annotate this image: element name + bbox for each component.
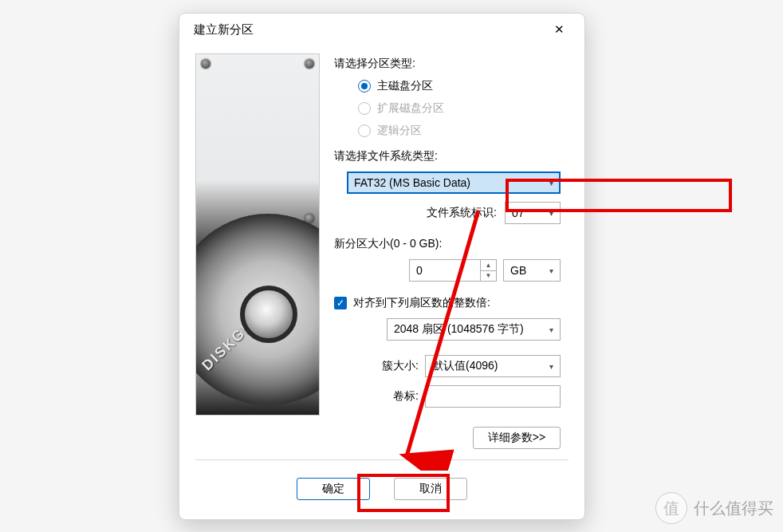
close-icon: ✕	[554, 22, 565, 37]
radio-extended[interactable]: 扩展磁盘分区	[358, 101, 569, 116]
align-select[interactable]: 2048 扇区 (1048576 字节) ▾	[387, 318, 561, 341]
watermark-icon: 值	[655, 492, 687, 524]
filesystem-value: FAT32 (MS Basic Data)	[354, 176, 470, 189]
fsid-select[interactable]: 07 ▾	[505, 202, 561, 224]
dialog-body: DISKGENIUS 请选择分区类型: 主磁盘分区 扩展磁盘分区 逻辑分区	[179, 45, 584, 459]
brand-text: DISKGENIUS	[199, 289, 286, 374]
radio-icon	[358, 124, 371, 137]
close-button[interactable]: ✕	[543, 17, 575, 42]
radio-icon	[358, 102, 371, 115]
chevron-down-icon: ▾	[549, 179, 553, 187]
filesystem-select[interactable]: FAT32 (MS Basic Data) ▾	[347, 171, 561, 194]
screw-icon	[201, 59, 211, 69]
volume-input[interactable]	[425, 385, 561, 408]
fsid-value: 07	[512, 207, 525, 219]
titlebar: 建立新分区 ✕	[179, 14, 584, 45]
radio-logical[interactable]: 逻辑分区	[358, 124, 569, 138]
watermark-text: 什么值得买	[694, 498, 773, 519]
chevron-down-icon: ▾	[549, 325, 553, 334]
size-unit: GB	[510, 264, 526, 277]
align-value: 2048 扇区 (1048576 字节)	[394, 322, 524, 337]
dialog-footer: 确定 取消	[179, 460, 584, 519]
chevron-down-icon: ▾	[549, 266, 553, 275]
radio-icon	[358, 80, 371, 93]
radio-label: 逻辑分区	[377, 124, 422, 138]
details-button[interactable]: 详细参数>>	[473, 427, 561, 449]
screw-icon	[305, 214, 314, 223]
dialog-title: 建立新分区	[194, 22, 254, 37]
hard-disk-illustration: DISKGENIUS	[195, 53, 320, 416]
ok-button[interactable]: 确定	[297, 478, 370, 500]
filesystem-type-label: 请选择文件系统类型:	[334, 149, 569, 164]
form-area: 请选择分区类型: 主磁盘分区 扩展磁盘分区 逻辑分区 请选择文件系统类型: FA…	[334, 53, 569, 459]
chevron-down-icon: ▾	[549, 209, 553, 218]
radio-label: 扩展磁盘分区	[377, 101, 444, 116]
chevron-down-icon: ▾	[549, 362, 553, 371]
checkbox-checked-icon: ✓	[334, 297, 347, 309]
screw-icon	[305, 59, 314, 69]
spinner[interactable]: ▲ ▼	[480, 260, 496, 281]
chevron-up-icon: ▲	[481, 260, 496, 271]
watermark: 值 什么值得买	[655, 492, 773, 524]
size-value: 0	[416, 264, 423, 277]
cluster-value: 默认值(4096)	[432, 359, 498, 373]
cluster-select[interactable]: 默认值(4096) ▾	[425, 355, 561, 377]
size-input[interactable]: 0 ▲ ▼	[409, 259, 497, 282]
cancel-button[interactable]: 取消	[394, 478, 467, 500]
align-checkbox-row[interactable]: ✓ 对齐到下列扇区数的整数倍:	[334, 296, 569, 310]
fsid-label: 文件系统标识:	[427, 206, 497, 220]
radio-label: 主磁盘分区	[377, 79, 433, 93]
chevron-down-icon: ▼	[481, 271, 496, 282]
partition-type-group: 主磁盘分区 扩展磁盘分区 逻辑分区	[334, 79, 569, 138]
new-partition-dialog: 建立新分区 ✕ DISKGENIUS 请选择分区类型: 主磁盘分区 扩展磁盘分区	[179, 13, 585, 520]
partition-type-label: 请选择分区类型:	[334, 57, 569, 71]
align-label: 对齐到下列扇区数的整数倍:	[353, 296, 490, 310]
volume-label: 卷标:	[393, 389, 419, 404]
radio-primary[interactable]: 主磁盘分区	[358, 79, 569, 93]
size-unit-select[interactable]: GB ▾	[503, 259, 561, 282]
cluster-label: 簇大小:	[382, 359, 419, 373]
size-label: 新分区大小(0 - 0 GB):	[334, 237, 569, 251]
